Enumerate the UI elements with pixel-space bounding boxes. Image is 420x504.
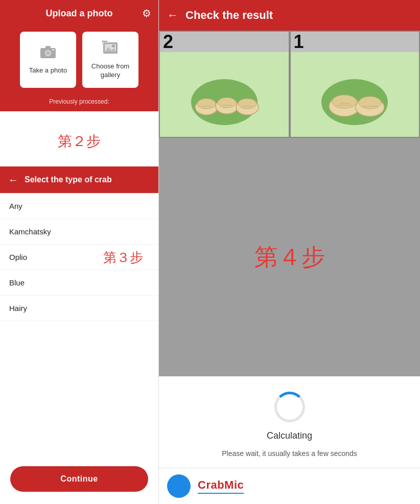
list-item-hairy[interactable]: Hairy [0, 296, 158, 321]
take-photo-label: Take a photo [29, 66, 67, 75]
gallery-label: Choose from gallery [82, 62, 138, 80]
list-item-kamchatsky[interactable]: Kamchatsky [0, 219, 158, 245]
image-number-1: 2 [163, 31, 173, 52]
list-item-any[interactable]: Any [0, 194, 158, 219]
gray-area: 第４步 [159, 138, 420, 376]
calculating-subtext: Please wait, it usually takes a few seco… [222, 449, 357, 458]
calculating-section: Calculating Please wait, it usually take… [159, 376, 420, 468]
app-logo[interactable] [167, 474, 191, 498]
image-number-bar-2: 1 [291, 32, 419, 52]
previously-text: Previously processed: [0, 98, 158, 111]
right-header: ← Check the result [159, 0, 420, 31]
svg-point-19 [238, 99, 256, 109]
svg-point-16 [218, 98, 236, 108]
crab-image-2 [291, 52, 419, 137]
gear-icon[interactable]: ⚙ [142, 7, 151, 19]
svg-rect-3 [45, 46, 51, 49]
image-box-1: 2 [159, 31, 290, 138]
crab-type-header: ← Select the type of crab [0, 166, 158, 193]
take-photo-button[interactable]: Take a photo [20, 32, 76, 88]
list-item-oplio[interactable]: Oplio [0, 245, 158, 270]
crab-image-1 [160, 52, 289, 137]
svg-point-13 [197, 99, 216, 109]
left-spacer [0, 321, 158, 458]
image-number-bar-1: 2 [160, 32, 289, 52]
svg-point-27 [359, 97, 381, 109]
calculating-text: Calculating [267, 430, 312, 441]
crab-list-wrapper: Any Kamchatsky Oplio Blue Hairy 第３步 [0, 193, 158, 321]
image-placeholder-2 [291, 52, 419, 137]
image-box-2: 1 [290, 31, 421, 138]
continue-button[interactable]: Continue [10, 466, 148, 492]
right-panel: ← Check the result 2 [158, 0, 420, 504]
upload-section: Take a photo Choose from gallery [0, 27, 158, 98]
image-comparison: 2 [159, 31, 420, 138]
left-panel: Upload a photo ⚙ Take a photo [0, 0, 158, 504]
crab-type-title: Select the type of crab [25, 175, 112, 184]
crab-list: Any Kamchatsky Oplio Blue Hairy [0, 193, 158, 321]
list-item-blue[interactable]: Blue [0, 270, 158, 296]
step4-label: 第４步 [254, 242, 325, 273]
bottom-bar: CrabMic [159, 468, 420, 504]
crab-back-arrow[interactable]: ← [8, 174, 18, 186]
right-back-arrow[interactable]: ← [167, 9, 178, 22]
step2-label: 第２步 [0, 111, 158, 166]
svg-point-8 [112, 44, 115, 47]
upload-title: Upload a photo [46, 8, 113, 19]
svg-rect-4 [52, 49, 54, 51]
svg-point-23 [332, 95, 357, 108]
gallery-icon [102, 40, 119, 58]
svg-point-2 [46, 51, 50, 55]
camera-icon [40, 44, 56, 62]
check-result-title: Check the result [185, 9, 273, 22]
app-name: CrabMic [198, 478, 244, 494]
image-number-2: 1 [294, 31, 304, 52]
choose-gallery-button[interactable]: Choose from gallery [82, 32, 138, 88]
loading-spinner [274, 392, 305, 422]
left-header: Upload a photo ⚙ [0, 0, 158, 27]
continue-wrapper: Continue [0, 458, 158, 504]
image-placeholder-1 [160, 52, 289, 137]
